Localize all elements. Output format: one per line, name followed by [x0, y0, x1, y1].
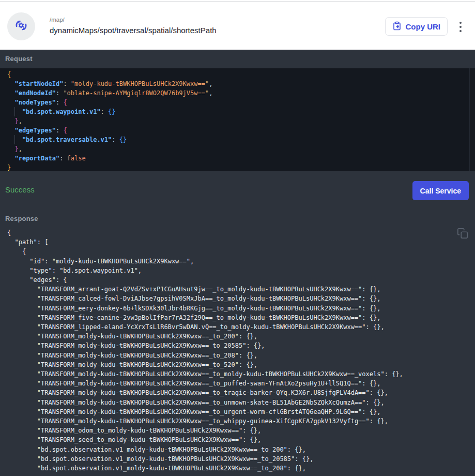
status-badge: Success [5, 185, 35, 194]
service-avatar [7, 12, 35, 40]
call-service-button[interactable]: Call Service [412, 181, 469, 200]
copy-response-button[interactable] [457, 228, 468, 239]
service-path: /map/ dynamicMaps/spot/traversal/spatial… [50, 16, 217, 36]
path-prefix: /map/ [50, 16, 217, 23]
request-label: Request [5, 50, 33, 68]
kebab-menu-icon[interactable] [457, 20, 464, 34]
clipboard-arrow-icon [392, 21, 402, 32]
copy-icon [457, 233, 468, 241]
response-json-viewer: { "path": [ { "id": "moldy-kudu-tBWKHOPB… [0, 228, 475, 476]
request-panel-header: Request [0, 50, 475, 68]
top-divider [0, 1, 475, 2]
service-header: /map/ dynamicMaps/spot/traversal/spatial… [0, 0, 475, 50]
copy-uri-label: Copy URI [406, 22, 441, 31]
page-title: dynamicMaps/spot/traversal/spatial/short… [50, 25, 217, 36]
copy-uri-button[interactable]: Copy URI [385, 17, 448, 36]
request-json-editor[interactable]: { "startNodeId": "moldy-kudu-tBWKHOPBuLs… [0, 68, 475, 171]
response-label: Response [5, 215, 38, 222]
gear-sync-icon [14, 18, 28, 35]
request-scrollbar[interactable] [469, 68, 475, 171]
result-section: Success Call Service Response { "path": … [0, 171, 475, 476]
